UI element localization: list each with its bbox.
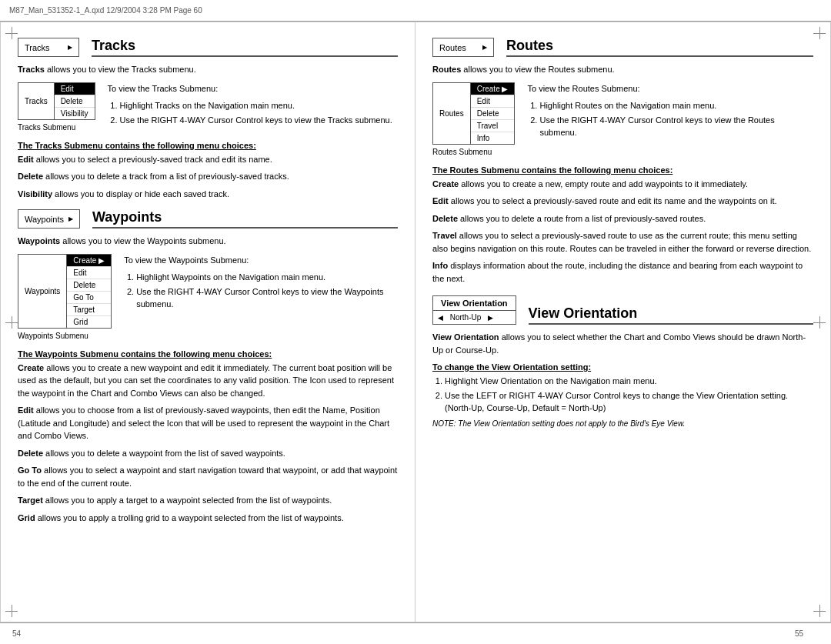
header-bar: M87_Man_531352-1_A.qxd 12/9/2004 3:28 PM… <box>0 0 831 22</box>
tracks-submenu-caption: Tracks Submenu <box>18 123 75 132</box>
footer-left-page-number: 54 <box>12 629 416 638</box>
routes-steps: Highlight Routes on the Navigation main … <box>539 99 813 139</box>
tracks-submenu-image: Tracks Edit Delete Visibility Tracks Sub… <box>18 82 95 132</box>
tracks-edit-desc: Edit allows you to select a previously-s… <box>18 153 398 166</box>
tracks-submenu-box: Tracks Edit Delete Visibility <box>18 82 95 120</box>
routes-delete-desc: Delete allows you to delete a route from… <box>432 212 813 225</box>
view-orient-title: View Orientation <box>529 295 813 325</box>
routes-submenu-item-0: Create ▶ <box>471 83 515 95</box>
routes-travel-desc: Travel allows you to select a previously… <box>432 229 813 255</box>
tracks-submenu-contains: The Tracks Submenu contains the followin… <box>18 141 398 150</box>
tracks-to-view-label: To view the Tracks Submenu: <box>108 82 392 95</box>
waypoints-step-2: Use the RIGHT 4-WAY Cursor Control keys … <box>136 285 398 311</box>
waypoints-submenu-item-1: Edit <box>67 267 111 279</box>
tracks-submenu-items: Edit Delete Visibility <box>55 83 95 119</box>
routes-submenu-box-label: Routes <box>433 83 471 144</box>
footer-right-page-number: 55 <box>416 629 819 638</box>
routes-step-1: Highlight Routes on the Navigation main … <box>539 99 813 112</box>
routes-submenu-item-1: Edit <box>471 95 515 108</box>
tracks-delete-desc: Delete allows you to delete a track from… <box>18 170 398 183</box>
waypoints-step-1: Highlight Waypoints on the Navigation ma… <box>136 271 398 284</box>
routes-info-desc: Info displays information about the rout… <box>432 259 813 285</box>
waypoints-title: Waypoints <box>92 209 398 229</box>
view-orient-step-1: Highlight View Orientation on the Naviga… <box>445 375 813 388</box>
waypoints-section-header: Waypoints ▶ Waypoints <box>18 209 398 229</box>
view-orient-change-heading: To change the View Orientation setting: <box>432 362 813 372</box>
waypoints-steps-container: To view the Waypoints Submenu: Highlight… <box>124 254 398 314</box>
tracks-step-1: Highlight Tracks on the Navigation main … <box>120 99 392 112</box>
tracks-intro: Tracks allows you to view the Tracks sub… <box>18 63 398 76</box>
page-container: Tracks ▶ Tracks Tracks allows you to vie… <box>0 22 831 622</box>
waypoints-submenu-item-3: Go To <box>67 292 111 304</box>
view-orient-steps: Highlight View Orientation on the Naviga… <box>445 375 813 415</box>
routes-create-desc: Create allows you to create a new, empty… <box>432 178 813 191</box>
waypoints-delete-desc: Delete allows you to delete a waypoint f… <box>18 447 398 460</box>
routes-submenu-item-3: Travel <box>471 120 515 132</box>
routes-submenu-image: Routes Create ▶ Edit Delete Travel Info … <box>432 82 515 156</box>
waypoints-box-label: Waypoints <box>25 215 64 224</box>
view-orient-box-title: View Orientation <box>433 296 516 311</box>
footer-bar: 54 55 <box>0 622 831 644</box>
waypoints-steps: Highlight Waypoints on the Navigation ma… <box>136 271 398 311</box>
tracks-box: Tracks ▶ <box>18 38 79 57</box>
tracks-submenu-item-0: Edit <box>55 83 95 95</box>
waypoints-submenu-item-5: Grid <box>67 316 111 328</box>
waypoints-submenu-box: Waypoints Create ▶ Edit Delete Go To Tar… <box>18 254 112 329</box>
waypoints-edit-desc: Edit allows you to choose from a list of… <box>18 404 398 442</box>
waypoints-submenu-contains: The Waypoints Submenu contains the follo… <box>18 349 398 359</box>
waypoints-submenu-items: Create ▶ Edit Delete Go To Target Grid <box>67 255 111 328</box>
view-orient-intro: View Orientation allows you to select wh… <box>432 331 813 356</box>
view-orient-arrow-left: ◀ <box>438 314 443 322</box>
routes-submenu-diagram: Routes Create ▶ Edit Delete Travel Info … <box>432 82 813 156</box>
waypoints-box-arrow: ▶ <box>68 215 73 222</box>
routes-box-arrow: ▶ <box>482 44 487 51</box>
view-orient-section-header: View Orientation ◀ North-Up ▶ View Orien… <box>432 295 813 325</box>
view-orient-box: View Orientation ◀ North-Up ▶ <box>432 295 516 325</box>
right-page: Routes ▶ Routes Routes allows you to vie… <box>416 22 830 622</box>
view-orient-arrow-right: ▶ <box>488 314 493 322</box>
routes-box-label: Routes <box>439 43 466 52</box>
routes-submenu-items: Create ▶ Edit Delete Travel Info <box>471 83 515 144</box>
routes-submenu-item-2: Delete <box>471 108 515 120</box>
tracks-box-label: Tracks <box>25 43 50 52</box>
waypoints-submenu-item-2: Delete <box>67 279 111 292</box>
tracks-step-2: Use the RIGHT 4-WAY Cursor Control keys … <box>120 114 392 127</box>
waypoints-intro: Waypoints allows you to view the Waypoin… <box>18 235 398 248</box>
routes-submenu-caption: Routes Submenu <box>432 148 492 156</box>
waypoints-submenu-item-4: Target <box>67 304 111 316</box>
waypoints-goto-desc: Go To allows you to select a waypoint an… <box>18 464 398 489</box>
waypoints-to-view-label: To view the Waypoints Submenu: <box>124 254 398 267</box>
routes-intro: Routes allows you to view the Routes sub… <box>432 63 813 76</box>
routes-submenu-contains: The Routes Submenu contains the followin… <box>432 165 813 175</box>
header-text: M87_Man_531352-1_A.qxd 12/9/2004 3:28 PM… <box>9 6 202 15</box>
waypoints-box: Waypoints ▶ <box>18 209 80 229</box>
routes-box: Routes ▶ <box>432 38 494 57</box>
routes-step-2: Use the RIGHT 4-WAY Cursor Control keys … <box>539 114 813 139</box>
tracks-submenu-diagram: Tracks Edit Delete Visibility Tracks Sub… <box>18 82 398 132</box>
tracks-submenu-item-2: Visibility <box>55 108 95 119</box>
routes-submenu-box: Routes Create ▶ Edit Delete Travel Info <box>432 82 515 145</box>
tracks-section-header: Tracks ▶ Tracks <box>18 38 398 57</box>
left-page: Tracks ▶ Tracks Tracks allows you to vie… <box>1 22 416 622</box>
waypoints-submenu-caption: Waypoints Submenu <box>18 332 88 340</box>
waypoints-submenu-box-label: Waypoints <box>18 255 67 328</box>
waypoints-submenu-diagram: Waypoints Create ▶ Edit Delete Go To Tar… <box>18 254 398 340</box>
routes-edit-desc: Edit allows you to select a previously-s… <box>432 195 813 208</box>
waypoints-target-desc: Target allows you to apply a target to a… <box>18 494 398 507</box>
tracks-steps-container: To view the Tracks Submenu: Highlight Tr… <box>108 82 392 130</box>
view-orient-value: North-Up <box>446 313 485 322</box>
tracks-submenu-box-label: Tracks <box>18 83 55 119</box>
waypoints-grid-desc: Grid allows you to apply a trolling grid… <box>18 512 398 525</box>
view-orient-step-2: Use the LEFT or RIGHT 4-WAY Cursor Contr… <box>445 389 813 415</box>
waypoints-create-desc: Create allows you to create a new waypoi… <box>18 362 398 400</box>
waypoints-submenu-item-0: Create ▶ <box>67 255 111 267</box>
view-orient-value-row: ◀ North-Up ▶ <box>433 311 516 324</box>
tracks-title: Tracks <box>92 38 398 57</box>
tracks-box-arrow: ▶ <box>68 44 72 51</box>
routes-submenu-item-4: Info <box>471 132 515 144</box>
view-orient-note: NOTE: The View Orientation setting does … <box>432 419 813 428</box>
waypoints-submenu-image: Waypoints Create ▶ Edit Delete Go To Tar… <box>18 254 112 340</box>
routes-to-view-label: To view the Routes Submenu: <box>527 82 813 95</box>
routes-steps-container: To view the Routes Submenu: Highlight Ro… <box>527 82 813 142</box>
tracks-steps: Highlight Tracks on the Navigation main … <box>120 99 392 126</box>
